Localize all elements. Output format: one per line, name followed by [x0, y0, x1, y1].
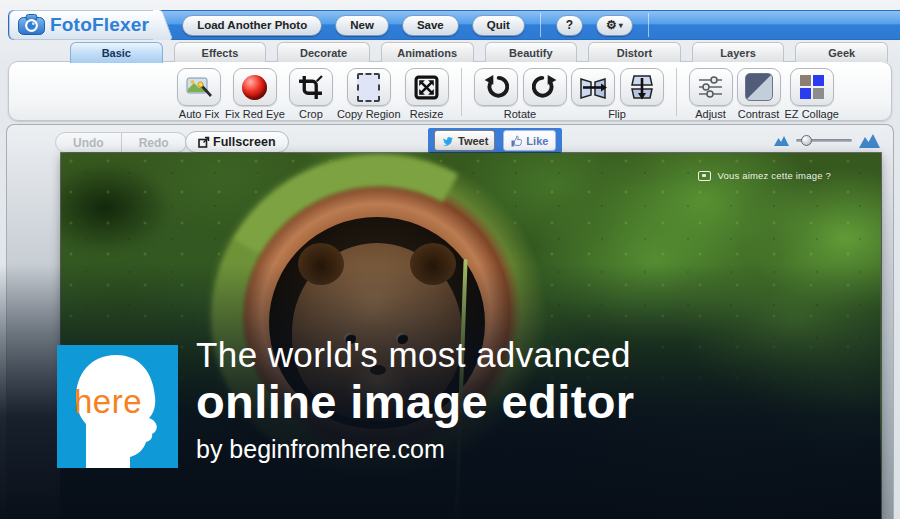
- auto-fix-button[interactable]: [177, 68, 221, 106]
- red-eye-icon: [242, 75, 267, 100]
- copy-region-label: Copy Region: [337, 108, 401, 120]
- topbar-divider-2: [648, 13, 649, 37]
- photo-frame-icon: [698, 171, 711, 181]
- tab-geek[interactable]: Geek: [795, 42, 888, 62]
- rotate-label: Rotate: [504, 108, 536, 120]
- resize-label: Resize: [410, 108, 444, 120]
- brand-name: FotoFlexer: [50, 14, 149, 36]
- fullscreen-icon: [198, 136, 210, 148]
- chevron-down-icon: ▾: [619, 21, 623, 30]
- fullscreen-button[interactable]: Fullscreen: [185, 131, 289, 153]
- auto-fix-label: Auto Fix: [179, 108, 219, 120]
- photo-caption: Vous aimez cette image ?: [698, 170, 831, 181]
- adjust-button[interactable]: [689, 68, 733, 106]
- tweet-label: Tweet: [458, 135, 488, 147]
- social-share-strip: Tweet Like: [428, 128, 562, 153]
- app-window: FotoFlexer Load Another Photo New Save Q…: [0, 0, 900, 519]
- contrast-label: Contrast: [738, 108, 780, 120]
- settings-gear-button[interactable]: ⚙ ▾: [596, 15, 633, 36]
- zoom-slider-knob[interactable]: [801, 135, 812, 146]
- ez-collage-button[interactable]: [790, 68, 834, 106]
- tab-animations[interactable]: Animations: [381, 42, 474, 62]
- tool-resize: Resize: [405, 68, 449, 120]
- topbar-divider: [540, 13, 541, 37]
- tool-crop: Crop: [289, 68, 333, 120]
- tab-effects[interactable]: Effects: [174, 42, 267, 62]
- promo-line-3: by beginfromhere.com: [196, 436, 635, 463]
- fullscreen-label: Fullscreen: [213, 135, 276, 149]
- resize-icon: [414, 75, 439, 100]
- help-button[interactable]: ?: [556, 15, 583, 36]
- auto-fix-icon: [186, 75, 213, 99]
- tool-copy-region: Copy Region: [337, 68, 401, 120]
- promo-line-2: online image editor: [196, 377, 635, 428]
- copy-region-button[interactable]: [347, 68, 391, 106]
- camera-icon: [18, 14, 45, 35]
- redo-button[interactable]: Redo: [122, 132, 187, 153]
- quit-button[interactable]: Quit: [472, 15, 525, 36]
- contrast-icon: [745, 73, 773, 101]
- topbar-buttons: Load Another Photo New Save Quit ? ⚙ ▾: [182, 13, 651, 37]
- crop-label: Crop: [299, 108, 323, 120]
- crop-icon: [298, 75, 323, 100]
- flip-label: Flip: [608, 108, 626, 120]
- top-bar: FotoFlexer Load Another Photo New Save Q…: [8, 10, 900, 40]
- promo-overlay: here The world's most advanced online im…: [0, 264, 880, 519]
- tab-layers[interactable]: Layers: [692, 42, 785, 62]
- rotate-right-button[interactable]: [523, 68, 567, 106]
- tool-contrast: Contrast: [737, 68, 781, 120]
- twitter-bird-icon: [441, 135, 455, 147]
- copy-region-icon: [357, 73, 380, 102]
- tab-distort[interactable]: Distort: [588, 42, 681, 62]
- fix-red-eye-button[interactable]: [233, 68, 277, 106]
- here-logo: here: [57, 345, 178, 468]
- tool-ez-collage: EZ Collage: [785, 68, 839, 120]
- flip-vertical-button[interactable]: [620, 68, 664, 106]
- flip-vertical-icon: [630, 74, 654, 100]
- tab-beautify[interactable]: Beautify: [485, 42, 578, 62]
- zoom-slider-track[interactable]: [796, 139, 852, 142]
- save-button[interactable]: Save: [402, 15, 459, 36]
- flip-horizontal-icon: [579, 75, 607, 99]
- rotate-right-icon: [532, 74, 558, 100]
- crop-button[interactable]: [289, 68, 333, 106]
- thumb-up-icon: [511, 135, 522, 147]
- contrast-button[interactable]: [737, 68, 781, 106]
- adjust-sliders-icon: [697, 75, 724, 99]
- new-button[interactable]: New: [335, 15, 389, 36]
- zoom-out-mountain-icon: [774, 135, 789, 146]
- ez-collage-label: EZ Collage: [785, 108, 839, 120]
- ez-collage-icon: [800, 75, 824, 99]
- zoom-control: [774, 133, 880, 148]
- toolbar-separator: [461, 68, 462, 116]
- resize-button[interactable]: [405, 68, 449, 106]
- tool-adjust: Adjust: [689, 68, 733, 120]
- tweet-button[interactable]: Tweet: [434, 130, 495, 151]
- tab-strip: Basic Effects Decorate Animations Beauti…: [70, 42, 888, 62]
- promo-text: The world's most advanced online image e…: [196, 336, 635, 463]
- tool-rotate-group: Rotate: [474, 68, 567, 120]
- toolbar-separator-2: [676, 68, 677, 116]
- undo-redo-group: Undo Redo: [55, 132, 187, 153]
- gear-icon: ⚙: [606, 18, 617, 32]
- flip-horizontal-button[interactable]: [571, 68, 615, 106]
- here-logo-text: here: [74, 383, 142, 421]
- app-logo: FotoFlexer: [9, 10, 153, 40]
- like-button[interactable]: Like: [503, 130, 556, 151]
- rotate-left-icon: [483, 74, 509, 100]
- load-another-photo-button[interactable]: Load Another Photo: [182, 15, 322, 36]
- fix-red-eye-label: Fix Red Eye: [225, 108, 285, 120]
- toolbar-basic: Auto Fix Fix Red Eye Crop Copy Region: [8, 61, 892, 121]
- adjust-label: Adjust: [695, 108, 726, 120]
- rotate-left-button[interactable]: [474, 68, 518, 106]
- like-label: Like: [526, 135, 548, 147]
- tool-flip-group: Flip: [571, 68, 664, 120]
- photo-caption-text: Vous aimez cette image ?: [717, 170, 831, 181]
- zoom-in-mountain-icon: [859, 133, 880, 148]
- tab-basic[interactable]: Basic: [70, 42, 163, 63]
- undo-button[interactable]: Undo: [55, 132, 122, 153]
- promo-line-1: The world's most advanced: [196, 336, 635, 374]
- tool-fix-red-eye: Fix Red Eye: [225, 68, 285, 120]
- tool-auto-fix: Auto Fix: [177, 68, 221, 120]
- tab-decorate[interactable]: Decorate: [277, 42, 370, 62]
